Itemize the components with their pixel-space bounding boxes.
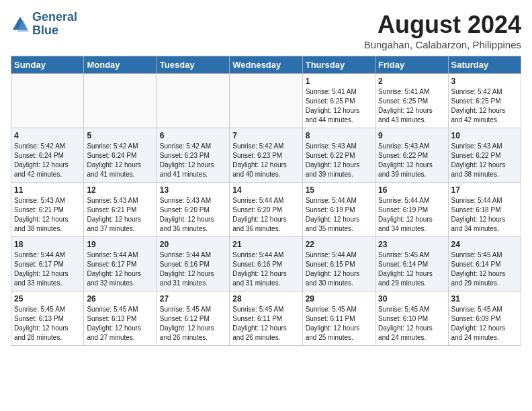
calendar-cell: 8Sunrise: 5:43 AM Sunset: 6:22 PM Daylig… bbox=[302, 128, 375, 183]
day-number: 25 bbox=[14, 294, 81, 304]
calendar-cell: 15Sunrise: 5:44 AM Sunset: 6:19 PM Dayli… bbox=[302, 183, 375, 237]
logo: General Blue bbox=[11, 11, 77, 38]
calendar-cell: 10Sunrise: 5:43 AM Sunset: 6:22 PM Dayli… bbox=[448, 128, 521, 183]
day-number: 10 bbox=[451, 131, 518, 140]
day-number: 6 bbox=[160, 131, 226, 140]
day-info: Sunrise: 5:45 AM Sunset: 6:11 PM Dayligh… bbox=[232, 305, 299, 342]
day-info: Sunrise: 5:45 AM Sunset: 6:13 PM Dayligh… bbox=[87, 305, 153, 342]
calendar-cell: 3Sunrise: 5:42 AM Sunset: 6:25 PM Daylig… bbox=[448, 74, 521, 128]
day-info: Sunrise: 5:42 AM Sunset: 6:23 PM Dayligh… bbox=[160, 142, 226, 179]
day-info: Sunrise: 5:45 AM Sunset: 6:12 PM Dayligh… bbox=[160, 305, 226, 342]
day-info: Sunrise: 5:45 AM Sunset: 6:10 PM Dayligh… bbox=[378, 305, 445, 342]
calendar-cell: 1Sunrise: 5:41 AM Sunset: 6:25 PM Daylig… bbox=[302, 74, 375, 128]
day-info: Sunrise: 5:45 AM Sunset: 6:14 PM Dayligh… bbox=[451, 250, 518, 288]
calendar-header-row: SundayMondayTuesdayWednesdayThursdayFrid… bbox=[11, 56, 521, 74]
calendar-cell: 27Sunrise: 5:45 AM Sunset: 6:12 PM Dayli… bbox=[157, 291, 229, 346]
calendar-header-sunday: Sunday bbox=[11, 56, 84, 74]
day-info: Sunrise: 5:45 AM Sunset: 6:09 PM Dayligh… bbox=[451, 305, 518, 342]
day-info: Sunrise: 5:44 AM Sunset: 6:20 PM Dayligh… bbox=[232, 196, 299, 234]
day-number: 2 bbox=[378, 77, 445, 86]
calendar-cell: 21Sunrise: 5:44 AM Sunset: 6:16 PM Dayli… bbox=[230, 237, 302, 291]
day-number: 17 bbox=[451, 185, 518, 195]
calendar-cell: 2Sunrise: 5:41 AM Sunset: 6:25 PM Daylig… bbox=[375, 74, 448, 128]
day-info: Sunrise: 5:41 AM Sunset: 6:25 PM Dayligh… bbox=[306, 87, 372, 125]
day-number: 24 bbox=[451, 240, 518, 249]
calendar-week-row: 18Sunrise: 5:44 AM Sunset: 6:17 PM Dayli… bbox=[11, 237, 521, 291]
calendar-cell: 14Sunrise: 5:44 AM Sunset: 6:20 PM Dayli… bbox=[230, 183, 302, 237]
calendar-cell: 26Sunrise: 5:45 AM Sunset: 6:13 PM Dayli… bbox=[84, 291, 157, 346]
calendar-cell: 18Sunrise: 5:44 AM Sunset: 6:17 PM Dayli… bbox=[11, 237, 84, 291]
calendar-cell: 11Sunrise: 5:43 AM Sunset: 6:21 PM Dayli… bbox=[11, 183, 84, 237]
day-number: 12 bbox=[87, 185, 153, 195]
day-number: 14 bbox=[232, 185, 299, 195]
logo-text: General Blue bbox=[32, 11, 77, 38]
day-info: Sunrise: 5:42 AM Sunset: 6:24 PM Dayligh… bbox=[14, 142, 81, 179]
day-number: 30 bbox=[378, 294, 445, 304]
day-number: 1 bbox=[306, 77, 372, 86]
calendar-cell: 28Sunrise: 5:45 AM Sunset: 6:11 PM Dayli… bbox=[230, 291, 302, 346]
day-info: Sunrise: 5:43 AM Sunset: 6:22 PM Dayligh… bbox=[306, 142, 372, 179]
calendar-week-row: 4Sunrise: 5:42 AM Sunset: 6:24 PM Daylig… bbox=[11, 128, 521, 183]
day-number: 4 bbox=[14, 131, 81, 140]
day-number: 19 bbox=[87, 240, 153, 249]
calendar-cell bbox=[84, 74, 157, 128]
day-number: 7 bbox=[232, 131, 299, 140]
calendar-header-tuesday: Tuesday bbox=[157, 56, 229, 74]
day-info: Sunrise: 5:44 AM Sunset: 6:16 PM Dayligh… bbox=[160, 250, 226, 288]
day-info: Sunrise: 5:44 AM Sunset: 6:15 PM Dayligh… bbox=[306, 250, 372, 288]
day-number: 13 bbox=[160, 185, 226, 195]
calendar-cell: 13Sunrise: 5:43 AM Sunset: 6:20 PM Dayli… bbox=[157, 183, 229, 237]
day-info: Sunrise: 5:44 AM Sunset: 6:16 PM Dayligh… bbox=[232, 250, 299, 288]
day-number: 5 bbox=[87, 131, 153, 140]
calendar-cell: 9Sunrise: 5:43 AM Sunset: 6:22 PM Daylig… bbox=[375, 128, 448, 183]
day-number: 3 bbox=[451, 77, 518, 86]
calendar-cell: 30Sunrise: 5:45 AM Sunset: 6:10 PM Dayli… bbox=[375, 291, 448, 346]
day-info: Sunrise: 5:43 AM Sunset: 6:20 PM Dayligh… bbox=[160, 196, 226, 234]
calendar-cell: 12Sunrise: 5:43 AM Sunset: 6:21 PM Dayli… bbox=[84, 183, 157, 237]
calendar-cell: 16Sunrise: 5:44 AM Sunset: 6:19 PM Dayli… bbox=[375, 183, 448, 237]
day-info: Sunrise: 5:43 AM Sunset: 6:21 PM Dayligh… bbox=[14, 196, 81, 234]
day-number: 27 bbox=[160, 294, 226, 304]
day-number: 28 bbox=[232, 294, 299, 304]
calendar-week-row: 11Sunrise: 5:43 AM Sunset: 6:21 PM Dayli… bbox=[11, 183, 521, 237]
day-number: 29 bbox=[306, 294, 372, 304]
calendar-cell: 22Sunrise: 5:44 AM Sunset: 6:15 PM Dayli… bbox=[302, 237, 375, 291]
calendar-cell: 29Sunrise: 5:45 AM Sunset: 6:11 PM Dayli… bbox=[302, 291, 375, 346]
calendar-cell: 25Sunrise: 5:45 AM Sunset: 6:13 PM Dayli… bbox=[11, 291, 84, 346]
header: General Blue August 2024 Bungahan, Calab… bbox=[11, 11, 521, 50]
calendar-cell: 6Sunrise: 5:42 AM Sunset: 6:23 PM Daylig… bbox=[157, 128, 229, 183]
day-info: Sunrise: 5:43 AM Sunset: 6:22 PM Dayligh… bbox=[451, 142, 518, 179]
day-number: 31 bbox=[451, 294, 518, 304]
calendar-cell: 7Sunrise: 5:42 AM Sunset: 6:23 PM Daylig… bbox=[230, 128, 302, 183]
day-number: 18 bbox=[14, 240, 81, 249]
calendar-cell bbox=[157, 74, 229, 128]
day-info: Sunrise: 5:42 AM Sunset: 6:24 PM Dayligh… bbox=[87, 142, 153, 179]
day-number: 26 bbox=[87, 294, 153, 304]
page-title: August 2024 bbox=[364, 11, 521, 39]
calendar-header-thursday: Thursday bbox=[302, 56, 375, 74]
day-number: 23 bbox=[378, 240, 445, 249]
day-number: 15 bbox=[306, 185, 372, 195]
calendar-header-wednesday: Wednesday bbox=[230, 56, 302, 74]
day-number: 16 bbox=[378, 185, 445, 195]
calendar-cell: 5Sunrise: 5:42 AM Sunset: 6:24 PM Daylig… bbox=[84, 128, 157, 183]
day-info: Sunrise: 5:41 AM Sunset: 6:25 PM Dayligh… bbox=[378, 87, 445, 125]
day-info: Sunrise: 5:42 AM Sunset: 6:23 PM Dayligh… bbox=[232, 142, 299, 179]
calendar-week-row: 25Sunrise: 5:45 AM Sunset: 6:13 PM Dayli… bbox=[11, 291, 521, 346]
day-info: Sunrise: 5:45 AM Sunset: 6:11 PM Dayligh… bbox=[306, 305, 372, 342]
day-info: Sunrise: 5:44 AM Sunset: 6:17 PM Dayligh… bbox=[14, 250, 81, 288]
day-info: Sunrise: 5:43 AM Sunset: 6:21 PM Dayligh… bbox=[87, 196, 153, 234]
day-info: Sunrise: 5:45 AM Sunset: 6:14 PM Dayligh… bbox=[378, 250, 445, 288]
calendar-cell: 23Sunrise: 5:45 AM Sunset: 6:14 PM Dayli… bbox=[375, 237, 448, 291]
day-number: 21 bbox=[232, 240, 299, 249]
calendar-cell: 20Sunrise: 5:44 AM Sunset: 6:16 PM Dayli… bbox=[157, 237, 229, 291]
day-info: Sunrise: 5:43 AM Sunset: 6:22 PM Dayligh… bbox=[378, 142, 445, 179]
calendar-table: SundayMondayTuesdayWednesdayThursdayFrid… bbox=[11, 56, 521, 346]
logo-icon bbox=[11, 15, 30, 34]
day-info: Sunrise: 5:45 AM Sunset: 6:13 PM Dayligh… bbox=[14, 305, 81, 342]
calendar-header-saturday: Saturday bbox=[448, 56, 521, 74]
day-info: Sunrise: 5:44 AM Sunset: 6:17 PM Dayligh… bbox=[87, 250, 153, 288]
day-number: 22 bbox=[306, 240, 372, 249]
day-number: 8 bbox=[306, 131, 372, 140]
calendar-cell: 31Sunrise: 5:45 AM Sunset: 6:09 PM Dayli… bbox=[448, 291, 521, 346]
